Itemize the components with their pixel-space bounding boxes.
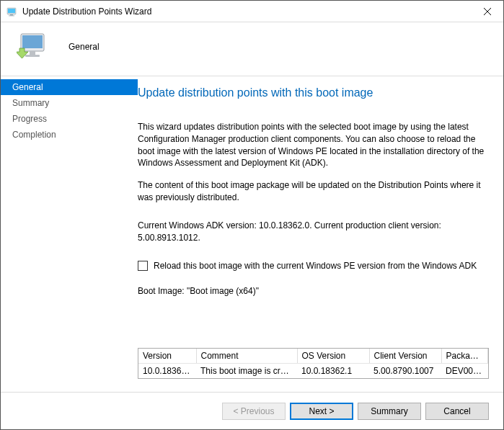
sidebar-item-progress[interactable]: Progress xyxy=(1,111,138,127)
boot-image-table: Version Comment OS Version Client Versio… xyxy=(138,348,489,379)
col-os-version[interactable]: OS Version xyxy=(297,349,369,364)
svg-rect-2 xyxy=(10,14,13,16)
main-panel: Update distribution points with this boo… xyxy=(138,76,503,392)
computer-monitor-icon xyxy=(17,30,51,64)
col-version[interactable]: Version xyxy=(138,349,196,364)
sidebar-item-label: General xyxy=(12,82,43,92)
col-client-version[interactable]: Client Version xyxy=(369,349,441,364)
versions-line: Current Windows ADK version: 10.0.18362.… xyxy=(138,220,489,244)
sidebar-item-completion[interactable]: Completion xyxy=(1,127,138,143)
cell-version: 10.0.18362.1 xyxy=(138,364,196,379)
description-para-1: This wizard updates distribution points … xyxy=(138,121,489,169)
svg-rect-5 xyxy=(22,35,43,48)
table-row[interactable]: 10.0.18362.1 This boot image is create..… xyxy=(138,364,488,379)
table-header-row: Version Comment OS Version Client Versio… xyxy=(138,349,488,364)
reload-checkbox-row: Reload this boot image with the current … xyxy=(138,261,489,271)
reload-checkbox-label: Reload this boot image with the current … xyxy=(154,261,477,271)
footer-buttons: < Previous Next > Summary Cancel xyxy=(1,392,503,429)
reload-checkbox[interactable] xyxy=(138,261,148,271)
cell-os-version: 10.0.18362.1 xyxy=(297,364,369,379)
col-comment[interactable]: Comment xyxy=(196,349,297,364)
next-button[interactable]: Next > xyxy=(290,403,353,420)
svg-rect-7 xyxy=(25,55,40,57)
title-bar: Update Distribution Points Wizard xyxy=(1,1,503,22)
summary-button[interactable]: Summary xyxy=(358,403,421,420)
wizard-icon xyxy=(6,6,18,17)
cell-client-version: 5.00.8790.1007 xyxy=(369,364,441,379)
wizard-steps-sidebar: General Summary Progress Completion xyxy=(1,76,138,392)
sidebar-item-general[interactable]: General xyxy=(1,79,138,95)
svg-rect-1 xyxy=(8,9,15,13)
cell-package-id: DEV00005 xyxy=(441,364,488,379)
sidebar-item-label: Completion xyxy=(12,130,56,140)
header-title: General xyxy=(68,42,100,52)
svg-rect-3 xyxy=(9,15,14,16)
boot-image-line: Boot Image: "Boot image (x64)" xyxy=(138,285,489,297)
page-title: Update distribution points with this boo… xyxy=(138,86,489,99)
header: General xyxy=(1,22,503,76)
previous-button: < Previous xyxy=(222,403,286,420)
close-button[interactable] xyxy=(472,1,503,22)
col-package-id[interactable]: Package ID xyxy=(441,349,488,364)
sidebar-item-label: Summary xyxy=(12,98,49,108)
svg-rect-6 xyxy=(30,51,35,55)
content-area: General Summary Progress Completion Upda… xyxy=(1,76,503,392)
cancel-button[interactable]: Cancel xyxy=(425,403,489,420)
description-para-2: The content of this boot image package w… xyxy=(138,179,489,204)
cell-comment: This boot image is create... xyxy=(196,364,297,379)
window-title: Update Distribution Points Wizard xyxy=(22,6,472,17)
sidebar-item-summary[interactable]: Summary xyxy=(1,95,138,111)
sidebar-item-label: Progress xyxy=(12,114,47,124)
